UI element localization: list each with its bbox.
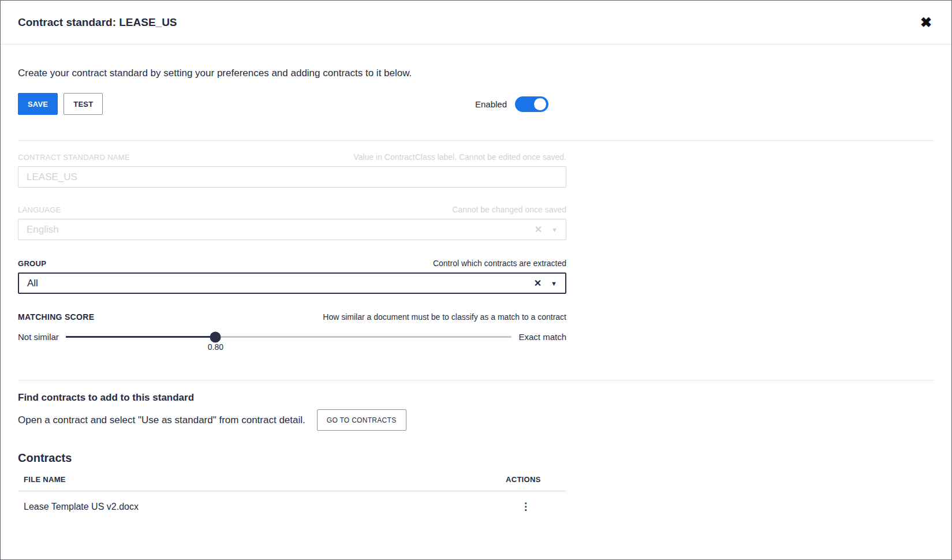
intro-text: Create your contract standard by setting… (18, 68, 934, 79)
group-caret-icon[interactable]: ▼ (551, 280, 557, 287)
matching-score-hint: How similar a document must be to classi… (323, 312, 566, 322)
group-clear-icon[interactable]: ✕ (534, 278, 542, 289)
enabled-label: Enabled (475, 99, 507, 109)
modal-header: Contract standard: LEASE_US ✖ (1, 1, 951, 44)
language-select: English ✕ ▼ (18, 219, 566, 240)
divider (18, 380, 934, 380)
test-button[interactable]: TEST (64, 93, 103, 115)
enabled-control: Enabled (475, 96, 548, 112)
group-hint: Control which contracts are extracted (433, 259, 566, 268)
row-actions-button[interactable]: ⋮ (516, 501, 535, 513)
save-button[interactable]: SAVE (18, 93, 58, 115)
contracts-heading: Contracts (18, 451, 934, 465)
close-icon: ✖ (920, 14, 932, 30)
enabled-toggle[interactable] (515, 96, 548, 112)
file-name-cell: Lease Template US v2.docx (24, 502, 506, 512)
field-contract-standard-name: CONTRACT STANDARD NAME Value in Contract… (18, 152, 566, 188)
slider-track[interactable]: 0.80 (66, 336, 512, 338)
close-button[interactable]: ✖ (918, 13, 934, 32)
slider-handle[interactable] (210, 331, 221, 342)
language-hint: Cannot be changed once saved (452, 205, 566, 214)
language-caret-icon: ▼ (551, 226, 558, 233)
slider-fill (66, 336, 216, 338)
find-contracts-row: Open a contract and select "Use as stand… (18, 409, 934, 431)
divider (18, 140, 934, 141)
column-header-file-name: FILE NAME (24, 475, 506, 484)
contract-standard-modal: Contract standard: LEASE_US ✖ Create you… (0, 0, 952, 560)
slider-max-label: Exact match (518, 332, 566, 342)
slider-value: 0.80 (208, 342, 223, 352)
group-value: All (27, 278, 38, 289)
group-label: GROUP (18, 259, 46, 268)
kebab-icon: ⋮ (521, 501, 531, 512)
contract-standard-name-label: CONTRACT STANDARD NAME (18, 153, 130, 162)
matching-score-slider: Not similar 0.80 Exact match (18, 332, 566, 342)
go-to-contracts-button[interactable]: GO TO CONTRACTS (317, 409, 406, 431)
page-title: Contract standard: LEASE_US (18, 16, 177, 29)
find-contracts-heading: Find contracts to add to this standard (18, 392, 934, 404)
field-matching-score: MATCHING SCORE How similar a document mu… (18, 312, 566, 342)
contract-standard-name-input (18, 166, 566, 188)
contract-standard-name-hint: Value in ContractClass label. Cannot be … (353, 152, 566, 162)
slider-min-label: Not similar (18, 332, 59, 342)
field-language: LANGUAGE Cannot be changed once saved En… (18, 205, 566, 240)
table-row: Lease Template US v2.docx ⋮ (18, 491, 566, 522)
language-clear-icon: ✕ (535, 224, 542, 235)
field-group: GROUP Control which contracts are extrac… (18, 259, 566, 294)
find-contracts-instruction: Open a contract and select "Use as stand… (18, 415, 305, 426)
column-header-actions: ACTIONS (506, 475, 561, 484)
language-value: English (27, 224, 59, 236)
toggle-knob (534, 98, 546, 110)
modal-body: Create your contract standard by setting… (1, 68, 951, 522)
matching-score-label: MATCHING SCORE (18, 312, 94, 322)
table-header-row: FILE NAME ACTIONS (18, 475, 566, 491)
language-label: LANGUAGE (18, 206, 61, 214)
contracts-table: FILE NAME ACTIONS Lease Template US v2.d… (18, 475, 566, 522)
group-select[interactable]: All ✕ ▼ (18, 272, 566, 294)
toolbar: SAVE TEST Enabled (18, 93, 934, 115)
